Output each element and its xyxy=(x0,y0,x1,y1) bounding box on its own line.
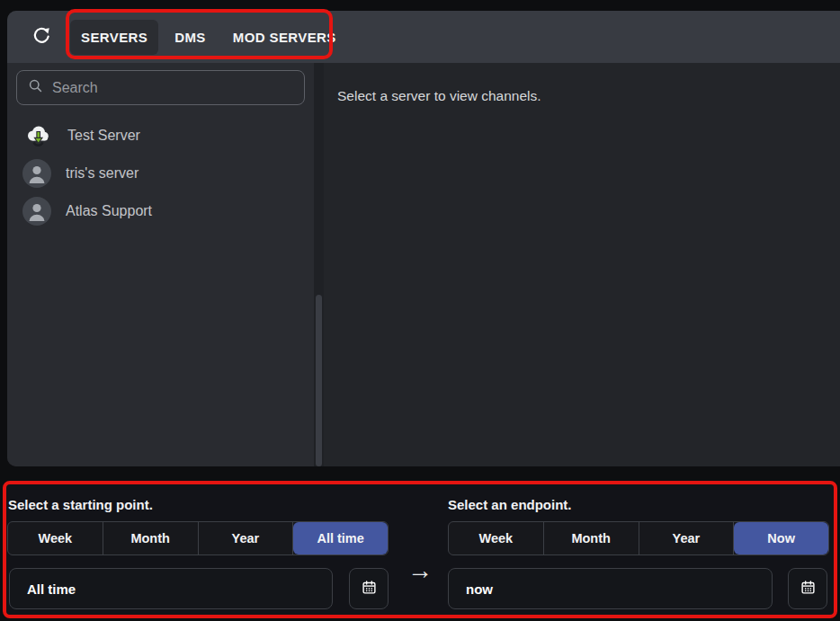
calendar-icon xyxy=(362,580,377,598)
start-date-input[interactable] xyxy=(9,568,333,609)
start-point-heading: Select a starting point. xyxy=(8,497,153,512)
cloud-download-icon xyxy=(22,121,53,150)
start-preset-all-time[interactable]: All time xyxy=(293,522,388,554)
start-preset-group: Week Month Year All time xyxy=(7,521,389,555)
start-preset-month[interactable]: Month xyxy=(103,522,199,554)
server-name: Atlas Support xyxy=(66,203,152,219)
tab-bar: SERVERS DMS MOD SERVERS xyxy=(70,20,347,55)
empty-state-message: Select a server to view channels. xyxy=(337,88,840,104)
channels-panel: Select a server to view channels. xyxy=(324,63,840,466)
refresh-icon xyxy=(31,25,52,49)
start-preset-week[interactable]: Week xyxy=(8,522,103,554)
search-icon xyxy=(28,78,43,97)
scrollbar-thumb[interactable] xyxy=(316,295,322,466)
endpoint-heading: Select an endpoint. xyxy=(448,497,572,512)
end-date-input[interactable] xyxy=(448,568,773,609)
start-calendar-button[interactable] xyxy=(349,568,389,609)
start-preset-year[interactable]: Year xyxy=(199,522,294,554)
server-item-tris-server[interactable]: tris's server xyxy=(16,159,305,188)
tab-servers[interactable]: SERVERS xyxy=(70,20,158,55)
server-sidebar: Test Server tris's server xyxy=(7,63,314,466)
time-range-panel: Select a starting point. Week Month Year… xyxy=(3,481,837,618)
arrow-right-icon: → xyxy=(407,558,433,583)
server-item-test-server[interactable]: Test Server xyxy=(16,121,305,150)
search-input[interactable] xyxy=(52,80,293,96)
tab-dms[interactable]: DMS xyxy=(164,20,217,55)
server-item-atlas-support[interactable]: Atlas Support xyxy=(16,197,305,226)
person-avatar-icon xyxy=(22,197,51,226)
server-name: tris's server xyxy=(66,165,139,182)
sidebar-scrollbar[interactable] xyxy=(314,63,324,466)
server-list: Test Server tris's server xyxy=(16,121,305,226)
person-avatar-icon xyxy=(22,159,51,188)
refresh-button[interactable] xyxy=(31,26,52,48)
content-area: Test Server tris's server xyxy=(7,63,840,466)
end-preset-week[interactable]: Week xyxy=(449,522,544,554)
calendar-icon xyxy=(800,580,816,598)
end-preset-now[interactable]: Now xyxy=(734,522,828,554)
end-preset-month[interactable]: Month xyxy=(544,522,639,554)
end-preset-year[interactable]: Year xyxy=(639,522,735,554)
app-window: SERVERS DMS MOD SERVERS xyxy=(7,11,840,466)
search-box[interactable] xyxy=(16,70,305,105)
end-calendar-button[interactable] xyxy=(788,568,827,609)
tab-mod-servers[interactable]: MOD SERVERS xyxy=(222,20,347,55)
server-name: Test Server xyxy=(67,128,140,144)
end-preset-group: Week Month Year Now xyxy=(448,521,829,555)
topbar: SERVERS DMS MOD SERVERS xyxy=(7,11,840,63)
